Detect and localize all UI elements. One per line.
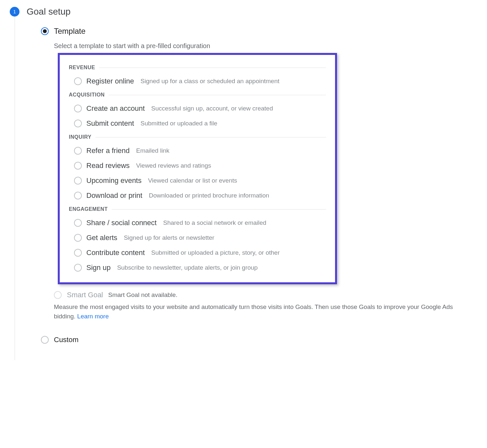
option-label: Read reviews bbox=[86, 161, 130, 170]
template-option-share-social[interactable]: Share / social connect Shared to a socia… bbox=[69, 215, 326, 230]
category-header: REVENUE bbox=[69, 65, 95, 70]
divider bbox=[95, 137, 326, 137]
step-number-badge: 1 bbox=[10, 7, 19, 17]
template-option-sign-up[interactable]: Sign up Subscribe to newsletter, update … bbox=[69, 260, 326, 275]
option-desc: Viewed calendar or list or events bbox=[148, 177, 237, 184]
template-option-refer-friend[interactable]: Refer a friend Emailed link bbox=[69, 143, 326, 158]
radio-icon[interactable] bbox=[74, 105, 82, 112]
option-custom[interactable]: Custom bbox=[41, 336, 487, 344]
category-header: INQUIRY bbox=[69, 134, 92, 140]
radio-icon[interactable] bbox=[41, 336, 49, 344]
template-option-submit-content[interactable]: Submit content Submitted or uploaded a f… bbox=[69, 116, 326, 131]
template-option-register-online[interactable]: Register online Signed up for a class or… bbox=[69, 74, 326, 89]
radio-icon[interactable] bbox=[74, 162, 82, 170]
radio-selected-icon[interactable] bbox=[41, 27, 49, 35]
category-header-row: REVENUE bbox=[69, 65, 326, 70]
radio-icon[interactable] bbox=[74, 147, 82, 155]
option-desc: Submitted or uploaded a file bbox=[141, 120, 218, 127]
category-engagement: ENGAGEMENT Share / social connect Shared… bbox=[69, 206, 326, 275]
category-header: ACQUISITION bbox=[69, 92, 105, 98]
option-desc: Downloaded or printed brochure informati… bbox=[149, 192, 269, 199]
step-body: Template Select a template to start with… bbox=[15, 17, 487, 360]
option-label: Share / social connect bbox=[86, 219, 156, 227]
option-desc: Successful sign up, account, or view cre… bbox=[151, 105, 273, 112]
option-desc: Signed up for a class or scheduled an ap… bbox=[141, 78, 280, 85]
radio-icon[interactable] bbox=[74, 219, 82, 227]
option-label: Get alerts bbox=[86, 234, 117, 242]
category-inquiry: INQUIRY Refer a friend Emailed link Read… bbox=[69, 134, 326, 203]
divider bbox=[108, 95, 326, 95]
template-option-contribute-content[interactable]: Contribute content Submitted or uploaded… bbox=[69, 245, 326, 260]
option-desc: Shared to a social network or emailed bbox=[163, 219, 266, 226]
smart-goal-label: Smart Goal bbox=[67, 291, 103, 299]
category-header-row: INQUIRY bbox=[69, 134, 326, 140]
divider bbox=[112, 209, 326, 210]
radio-icon[interactable] bbox=[74, 177, 82, 185]
option-label: Register online bbox=[86, 77, 134, 85]
radio-icon[interactable] bbox=[74, 234, 82, 242]
radio-icon[interactable] bbox=[74, 77, 82, 85]
step-header: 1 Goal setup bbox=[10, 6, 487, 17]
category-header: ENGAGEMENT bbox=[69, 206, 108, 212]
category-revenue: REVENUE Register online Signed up for a … bbox=[69, 65, 326, 89]
category-header-row: ENGAGEMENT bbox=[69, 206, 326, 212]
option-label: Sign up bbox=[86, 263, 111, 272]
template-subtext: Select a template to start with a pre-fi… bbox=[54, 42, 487, 50]
option-label: Download or print bbox=[86, 191, 142, 200]
step-title: Goal setup bbox=[27, 6, 70, 17]
radio-icon[interactable] bbox=[74, 249, 82, 257]
template-option-download-print[interactable]: Download or print Downloaded or printed … bbox=[69, 188, 326, 203]
smart-goal-status: Smart Goal not available. bbox=[108, 291, 177, 299]
category-header-row: ACQUISITION bbox=[69, 92, 326, 98]
option-template[interactable]: Template bbox=[41, 27, 487, 36]
template-option-read-reviews[interactable]: Read reviews Viewed reviews and ratings bbox=[69, 158, 326, 173]
template-option-get-alerts[interactable]: Get alerts Signed up for alerts or newsl… bbox=[69, 230, 326, 245]
custom-label: Custom bbox=[54, 336, 79, 344]
radio-icon[interactable] bbox=[74, 192, 82, 199]
option-desc: Subscribe to newsletter, update alerts, … bbox=[117, 264, 258, 271]
smart-goal-description: Measure the most engaged visits to your … bbox=[54, 302, 476, 321]
option-desc: Emailed link bbox=[136, 147, 169, 154]
option-label: Refer a friend bbox=[86, 147, 130, 155]
option-label: Create an account bbox=[86, 104, 145, 113]
option-label: Contribute content bbox=[86, 249, 145, 257]
template-categories-box: REVENUE Register online Signed up for a … bbox=[58, 53, 337, 284]
option-label: Submit content bbox=[86, 119, 134, 128]
category-acquisition: ACQUISITION Create an account Successful… bbox=[69, 92, 326, 131]
option-smart-goal: Smart Goal Smart Goal not available. bbox=[54, 291, 487, 299]
divider bbox=[99, 68, 326, 68]
radio-icon[interactable] bbox=[74, 264, 82, 272]
option-desc: Viewed reviews and ratings bbox=[136, 162, 211, 169]
template-option-upcoming-events[interactable]: Upcoming events Viewed calendar or list … bbox=[69, 173, 326, 188]
radio-disabled-icon bbox=[54, 291, 62, 299]
learn-more-link[interactable]: Learn more bbox=[77, 313, 109, 320]
option-desc: Signed up for alerts or newsletter bbox=[124, 234, 214, 241]
option-label: Upcoming events bbox=[86, 176, 142, 185]
option-desc: Submitted or uploaded a picture, story, … bbox=[151, 249, 280, 256]
template-option-create-account[interactable]: Create an account Successful sign up, ac… bbox=[69, 101, 326, 116]
smart-goal-desc-text: Measure the most engaged visits to your … bbox=[54, 303, 453, 320]
template-label: Template bbox=[54, 27, 85, 36]
radio-icon[interactable] bbox=[74, 120, 82, 127]
